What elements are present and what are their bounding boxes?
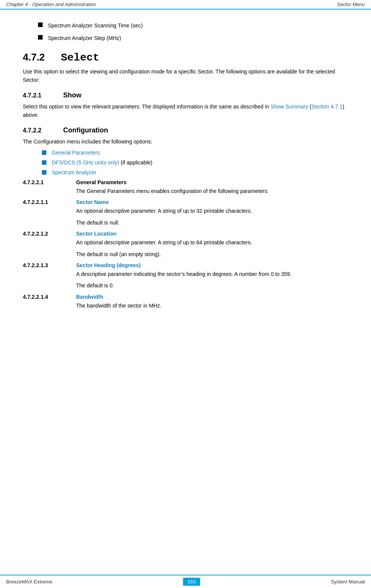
config-bullet-2: DFS/DCS (5 GHz units only) (if applicabl…	[42, 159, 348, 166]
section-4722-title: Configuration	[63, 126, 108, 134]
section-472212-title: Sector Location	[76, 231, 116, 237]
section-472214-heading: 4.7.2.2.1.4 Bandwidth	[23, 294, 348, 300]
bullet-link-text[interactable]: Spectrum Analyzer	[52, 169, 97, 175]
footer-right: System Manual	[331, 579, 365, 585]
header-left: Chapter 4 - Operation and Administration	[6, 2, 96, 7]
section-4721-body: Select this option to view the relevant …	[23, 102, 348, 120]
section-4721-body-part1: Select this option to view the relevant …	[23, 104, 271, 110]
bullet-link-text: DFS/DCS (5 GHz units only) (if applicabl…	[52, 159, 153, 166]
section-472211-number: 4.7.2.2.1.1	[23, 199, 72, 205]
section-472214-body1: The bandwidth of the sector in MHz.	[76, 301, 348, 310]
bullet-icon	[38, 35, 43, 40]
bullet-blue-icon	[42, 160, 46, 165]
bullet-item: Spectrum Analyzer Step (MHz)	[38, 34, 348, 42]
header-bar: Chapter 4 - Operation and Administration…	[0, 0, 371, 10]
section-4721-link2[interactable]: Section 4.7.1	[311, 104, 342, 110]
section-4722-body: The Configuration menu includes the foll…	[23, 137, 348, 146]
section-472213-title: Sector Heading (degrees)	[76, 262, 141, 268]
section-472-heading: 4.7.2 Select	[23, 51, 348, 64]
section-4721-title: Show	[63, 91, 81, 99]
section-472213-heading: 4.7.2.2.1.3 Sector Heading (degrees)	[23, 262, 348, 268]
section-47221-number: 4.7.2.2.1	[23, 179, 72, 185]
section-4721-number: 4.7.2.1	[23, 92, 57, 99]
dfs-link[interactable]: DFS/DCS (5 GHz units only)	[52, 159, 119, 166]
section-47221-body: The General Parameters menu enables conf…	[76, 187, 348, 195]
config-bullet-3: Spectrum Analyzer	[42, 169, 348, 175]
section-472211-title: Sector Name	[76, 199, 109, 205]
section-472213-body2: The default is 0.	[76, 281, 348, 290]
section-472214-number: 4.7.2.2.1.4	[23, 294, 72, 300]
config-bullet-1: General Parameters	[42, 150, 348, 156]
section-472212-body2: The default is null (an empty string).	[76, 250, 348, 258]
section-472212-body-container: An optional descriptive parameter. A str…	[76, 238, 348, 258]
section-47221-title: General Parameters	[76, 179, 126, 185]
bullet-text: Spectrum Analyzer Scanning Time (sec)	[48, 22, 143, 30]
section-4721-heading: 4.7.2.1 Show	[23, 91, 348, 99]
section-472212-number: 4.7.2.2.1.2	[23, 231, 72, 237]
bullet-item: Spectrum Analyzer Scanning Time (sec)	[38, 22, 348, 30]
bullet-blue-icon	[42, 170, 46, 175]
section-4722-number: 4.7.2.2	[23, 127, 57, 134]
section-472213-number: 4.7.2.2.1.3	[23, 262, 72, 268]
section-472-body: Use this option to select the viewing an…	[23, 67, 348, 84]
bullet-text: Spectrum Analyzer Step (MHz)	[48, 34, 121, 42]
section-472212-heading: 4.7.2.2.1.2 Sector Location	[23, 231, 348, 237]
main-content: Spectrum Analyzer Scanning Time (sec) Sp…	[0, 10, 371, 336]
section-472211-heading: 4.7.2.2.1.1 Sector Name	[23, 199, 348, 205]
section-47221-heading: 4.7.2.2.1 General Parameters	[23, 179, 348, 185]
section-472214-title: Bandwidth	[76, 294, 103, 300]
section-472212-body1: An optional descriptive parameter. A str…	[76, 238, 348, 247]
section-472-title: Select	[61, 52, 99, 64]
bullet-icon	[38, 22, 43, 27]
footer-left: BreezeMAX Extreme	[6, 579, 52, 585]
section-47221-body-container: The General Parameters menu enables conf…	[76, 187, 348, 195]
section-472211-body2: The default is null.	[76, 218, 348, 227]
section-472213-body1: A descriptive parameter indicating the s…	[76, 270, 348, 278]
section-472211-body1: An optional descriptive parameter. A str…	[76, 207, 348, 215]
section-472211-body-container: An optional descriptive parameter. A str…	[76, 207, 348, 227]
section-472213-body-container: A descriptive parameter indicating the s…	[76, 270, 348, 290]
footer-page: 163	[183, 578, 201, 586]
bullet-blue-icon	[42, 150, 46, 155]
dfs-suffix: (if applicable)	[119, 159, 152, 166]
section-472214-body-container: The bandwidth of the sector in MHz.	[76, 301, 348, 310]
section-4722-heading: 4.7.2.2 Configuration	[23, 126, 348, 134]
header-right: Sector Menu	[337, 2, 365, 7]
footer-bar: BreezeMAX Extreme 163 System Manual	[0, 575, 371, 588]
bullet-link-text[interactable]: General Parameters	[52, 150, 100, 156]
section-472-number: 4.7.2	[23, 51, 53, 63]
section-4721-link1[interactable]: Show Summary	[271, 104, 308, 110]
